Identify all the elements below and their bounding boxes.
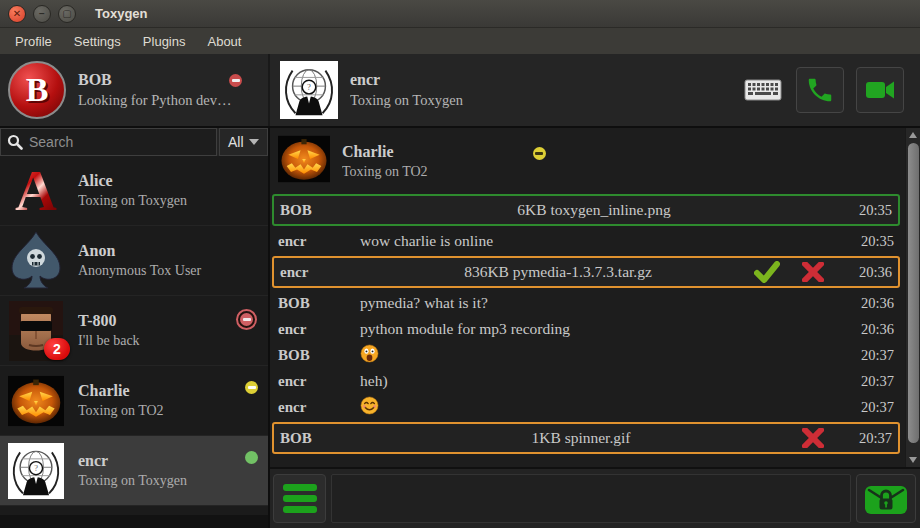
contact-name: Charlie bbox=[78, 382, 245, 400]
search-icon bbox=[7, 134, 23, 150]
scrollbar-thumb[interactable] bbox=[908, 143, 919, 443]
self-profile[interactable]: B BOB Looking for Python dev… bbox=[0, 54, 270, 126]
send-message-button[interactable] bbox=[856, 474, 916, 523]
menu-settings[interactable]: Settings bbox=[63, 31, 132, 52]
file-transfer-row: BOB 6KB toxygen_inline.png 20:35 bbox=[272, 194, 900, 226]
away-status-icon bbox=[245, 381, 258, 394]
peer-card-status-message: Toxing on TO2 bbox=[342, 164, 428, 180]
chat-scrollbar[interactable] bbox=[905, 128, 920, 467]
message-history: Charlie Toxing on TO2 BOB 6KB toxygen_in… bbox=[270, 128, 920, 467]
message-row: encr python module for mp3 recording 20:… bbox=[272, 316, 900, 342]
contact-row-charlie[interactable]: Charlie Toxing on TO2 bbox=[0, 366, 268, 436]
self-name: BOB bbox=[78, 71, 112, 89]
scroll-up-button[interactable] bbox=[906, 128, 920, 142]
alice-avatar: A bbox=[8, 160, 64, 222]
contact-name: Alice bbox=[78, 172, 258, 190]
message-time: 20:37 bbox=[842, 347, 894, 364]
contact-filter-dropdown[interactable]: All bbox=[219, 128, 268, 156]
menu-plugins[interactable]: Plugins bbox=[132, 31, 197, 52]
anon-avatar bbox=[8, 230, 64, 292]
screen-keyboard-button[interactable] bbox=[742, 75, 784, 105]
contact-name: Anon bbox=[78, 242, 258, 260]
message-time: 20:37 bbox=[842, 373, 894, 390]
contact-row-encr[interactable]: encr Toxing on Toxygen bbox=[0, 436, 268, 506]
titlebar: ✕ − ▢ Toxygen bbox=[0, 0, 920, 28]
contact-status-message: Toxing on Toxygen bbox=[78, 193, 258, 209]
message-sender: BOB bbox=[280, 430, 362, 447]
video-call-button[interactable] bbox=[856, 67, 904, 113]
message-sender: encr bbox=[278, 321, 360, 338]
message-row: BOB pymedia? what is it? 20:36 bbox=[272, 290, 900, 316]
unread-count-badge: 2 bbox=[44, 338, 70, 360]
decline-file-button[interactable] bbox=[800, 261, 826, 283]
contact-name: encr bbox=[78, 452, 245, 470]
encr-avatar bbox=[8, 440, 64, 502]
menu-about[interactable]: About bbox=[196, 31, 252, 52]
audio-call-button[interactable] bbox=[796, 67, 844, 113]
scared-face-emoji bbox=[360, 344, 379, 363]
message-input[interactable] bbox=[331, 474, 851, 523]
file-transfer-label: 6KB toxygen_inline.png bbox=[362, 201, 826, 219]
window-maximize-button[interactable]: ▢ bbox=[58, 5, 76, 23]
x-icon bbox=[802, 262, 824, 282]
file-transfer-row: BOB 1KB spinner.gif 20:37 bbox=[272, 422, 900, 454]
accept-file-button[interactable] bbox=[754, 261, 780, 283]
message-text: heh) bbox=[360, 372, 842, 390]
charlie-avatar bbox=[278, 134, 330, 188]
contact-row-alice[interactable]: A Alice Toxing on Toxygen bbox=[0, 156, 268, 226]
busy-status-icon bbox=[238, 311, 255, 328]
message-text: pymedia? what is it? bbox=[360, 294, 842, 312]
message-sender: encr bbox=[278, 373, 360, 390]
self-status-message: Looking for Python dev… bbox=[78, 92, 260, 109]
scrollbar-track[interactable] bbox=[906, 142, 920, 453]
message-time: 20:36 bbox=[840, 264, 892, 281]
scroll-down-button[interactable] bbox=[906, 453, 920, 467]
message-sender: encr bbox=[278, 233, 360, 250]
window-title: Toxygen bbox=[95, 6, 148, 21]
contact-name: T-800 bbox=[78, 312, 238, 330]
window-minimize-button[interactable]: − bbox=[33, 5, 51, 23]
file-transfer-label: 1KB spinner.gif bbox=[362, 429, 800, 447]
message-time: 20:35 bbox=[842, 233, 894, 250]
window-close-button[interactable]: ✕ bbox=[8, 5, 26, 23]
contact-status-message: Toxing on Toxygen bbox=[78, 473, 245, 489]
message-text: python module for mp3 recording bbox=[360, 320, 842, 338]
peer-info-card: Charlie Toxing on TO2 bbox=[272, 132, 900, 192]
keyboard-icon bbox=[744, 77, 782, 103]
file-transfer-label: 836KB pymedia-1.3.7.3.tar.gz bbox=[362, 263, 754, 281]
message-row: encr 20:37 bbox=[272, 394, 900, 420]
peer-name: encr bbox=[350, 71, 550, 89]
contact-filter-value: All bbox=[228, 134, 244, 150]
self-avatar: B bbox=[8, 61, 66, 119]
message-row: BOB 20:37 bbox=[272, 342, 900, 368]
contacts-sidebar: All A Alice Toxing on Toxygen bbox=[0, 128, 270, 528]
message-sender: BOB bbox=[278, 295, 360, 312]
active-chat-header: encr Toxing on Toxygen bbox=[270, 54, 920, 126]
peer-card-name: Charlie bbox=[342, 143, 428, 161]
phone-icon bbox=[805, 75, 835, 105]
message-time: 20:37 bbox=[842, 399, 894, 416]
message-row: encr heh) 20:37 bbox=[272, 368, 900, 394]
cancel-file-button[interactable] bbox=[800, 427, 826, 449]
chat-menu-button[interactable] bbox=[273, 474, 326, 523]
encrypted-send-icon bbox=[863, 481, 909, 517]
peer-status-message: Toxing on Toxygen bbox=[350, 92, 550, 109]
x-icon bbox=[802, 428, 824, 448]
menubar: Profile Settings Plugins About bbox=[0, 28, 920, 54]
message-sender: encr bbox=[278, 399, 360, 416]
message-time: 20:35 bbox=[840, 202, 892, 219]
search-box bbox=[0, 128, 217, 156]
message-sender: BOB bbox=[278, 347, 360, 364]
chat-panel: Charlie Toxing on TO2 BOB 6KB toxygen_in… bbox=[270, 128, 920, 528]
message-text: wow charlie is online bbox=[360, 232, 842, 250]
contact-row-t800[interactable]: 2 T-800 I'll be back bbox=[0, 296, 268, 366]
smiling-face-emoji bbox=[360, 396, 379, 415]
message-time: 20:36 bbox=[842, 321, 894, 338]
online-status-icon bbox=[245, 451, 258, 464]
search-input[interactable] bbox=[29, 134, 210, 150]
contact-row-anon[interactable]: Anon Anonymous Tox User bbox=[0, 226, 268, 296]
checkmark-icon bbox=[754, 261, 780, 283]
menu-profile[interactable]: Profile bbox=[4, 31, 63, 52]
contact-status-message: Anonymous Tox User bbox=[78, 263, 258, 279]
busy-status-icon[interactable] bbox=[229, 74, 242, 87]
